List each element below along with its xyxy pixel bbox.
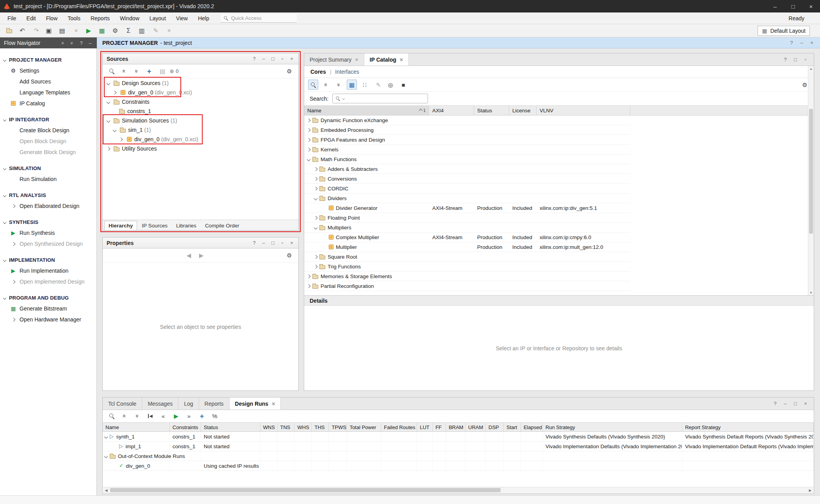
chevron-right-icon[interactable] [314, 256, 317, 258]
menu-layout[interactable]: Layout [144, 12, 171, 24]
help-icon[interactable]: ? [789, 40, 794, 45]
column-header-license[interactable]: License [509, 106, 537, 115]
flownav-item-open-elaborated-design[interactable]: Open Elaborated Design [0, 201, 96, 211]
close-tab-icon[interactable]: × [272, 401, 275, 407]
dots-button[interactable]: ∷ [360, 80, 370, 90]
column-header-start[interactable]: Start [504, 423, 521, 431]
search-button[interactable] [107, 411, 117, 421]
delete-button[interactable]: × [70, 26, 81, 36]
column-header-uram[interactable]: URAM [465, 423, 486, 431]
bottom-tab-tcl-console[interactable]: Tcl Console [103, 398, 142, 410]
close-x-icon[interactable]: × [809, 40, 815, 45]
close-tab-icon[interactable]: × [400, 57, 403, 63]
menu-help[interactable]: Help [193, 12, 214, 24]
column-header-status[interactable]: Status [201, 423, 260, 431]
sum-button[interactable]: Σ [123, 26, 134, 36]
search-button[interactable] [107, 66, 117, 76]
search-button[interactable] [308, 80, 318, 90]
sources-item-div-gen-0[interactable]: div_gen_0(div_gen_0.xci) [103, 135, 298, 144]
ip-row-conversions[interactable]: Conversions [304, 174, 630, 184]
horizontal-scrollbar[interactable]: ◀ ▶ [103, 487, 813, 493]
undo-button[interactable]: ↶ [16, 26, 28, 36]
run-row-synth-1[interactable]: ▷synth_1constrs_1Not startedVivado Synth… [103, 432, 814, 442]
close-x-icon[interactable]: × [803, 401, 808, 406]
flownav-section-ip-integrator[interactable]: IP INTEGRATOR [0, 114, 96, 125]
flownav-section-implementation[interactable]: IMPLEMENTATION [0, 255, 96, 265]
scroll-left-icon[interactable]: ◀ [103, 487, 109, 493]
layout-selector[interactable]: Default Layout [758, 26, 810, 36]
chevron-right-icon[interactable] [314, 217, 317, 219]
run-row-out-of-context-module-runs[interactable]: Out-of-Context Module Runs [103, 451, 814, 461]
chevron-down-icon[interactable] [105, 101, 111, 103]
column-header-tns[interactable]: TNS [278, 423, 295, 431]
ip-row-floating-point[interactable]: Floating Point [304, 213, 630, 223]
column-header-vlnv[interactable]: VLNV [537, 106, 630, 115]
chevron-right-icon[interactable] [307, 275, 310, 278]
flownav-item-create-block-design[interactable]: Create Block Design [0, 125, 96, 136]
ip-row-partial-reconfiguration[interactable]: Partial Reconfiguration [304, 281, 630, 291]
bottom-tab-log[interactable]: Log [178, 398, 199, 410]
sources-tab-hierarchy[interactable]: Hierarchy [104, 221, 137, 230]
column-header-run-strategy[interactable]: Run Strategy [543, 423, 683, 431]
column-header-dsp[interactable]: DSP [486, 423, 504, 431]
float-icon[interactable]: ▫ [803, 57, 808, 62]
sources-item-sim-1[interactable]: sim_1(1) [103, 125, 298, 135]
vertical-scrollbar[interactable]: ▲ ▼ [808, 66, 814, 295]
chevron-right-icon[interactable] [307, 119, 310, 122]
flownav-item-ip-catalog[interactable]: IP Catalog [0, 98, 96, 109]
minimize-icon[interactable]: – [87, 41, 93, 46]
chevron-right-icon[interactable] [307, 129, 310, 131]
flownav-section-project-manager[interactable]: PROJECT MANAGER [0, 55, 96, 65]
run-button[interactable]: ▶ [83, 26, 94, 36]
menu-reports[interactable]: Reports [86, 12, 115, 24]
flownav-section-synthesis[interactable]: SYNTHESIS [0, 217, 96, 227]
run-row-div-gen-0[interactable]: ✓div_gen_0Using cached IP results [103, 461, 814, 471]
settings-gear-button[interactable]: ⚙ [284, 250, 294, 261]
close-button[interactable]: × [162, 26, 174, 36]
bottom-tab-design-runs[interactable]: Design Runs× [230, 398, 281, 410]
chevron-down-icon[interactable] [314, 197, 317, 200]
maximize-button[interactable]: □ [784, 0, 802, 12]
ip-row-multipliers[interactable]: Multipliers [304, 223, 630, 232]
bottom-tab-messages[interactable]: Messages [142, 398, 178, 410]
column-header-bram[interactable]: BRAM [446, 423, 465, 431]
chevron-right-icon[interactable] [307, 138, 310, 141]
subtab-cores[interactable]: Cores [310, 69, 326, 75]
chevron-right-icon[interactable] [118, 138, 124, 141]
scroll-right-icon[interactable]: ▶ [807, 487, 813, 493]
ip-row-math-functions[interactable]: Math Functions [304, 154, 630, 164]
close-button[interactable]: × [802, 0, 820, 12]
minimize-icon[interactable]: – [261, 240, 266, 245]
ip-row-fpga-features-and-design[interactable]: FPGA Features and Design [304, 135, 630, 145]
float-icon[interactable]: ▫ [280, 240, 285, 245]
run-row-impl-1[interactable]: ▷impl_1constrs_1Not startedVivado Implem… [103, 442, 814, 451]
flownav-item-generate-block-design[interactable]: Generate Block Design [0, 147, 96, 158]
ip-row-trig-functions[interactable]: Trig Functions [304, 262, 630, 272]
chevron-right-icon[interactable] [112, 91, 118, 94]
chevron-down-icon[interactable] [105, 82, 111, 85]
collapse-all-button[interactable]: « [321, 80, 331, 90]
hierarchy-button[interactable]: ▦ [347, 80, 357, 90]
edit-button[interactable]: ✎ [373, 80, 383, 90]
column-header-name[interactable]: Name [103, 423, 170, 431]
report-button[interactable]: ▥ [136, 26, 148, 36]
minimize-icon[interactable]: – [261, 56, 266, 61]
help-icon[interactable]: ? [251, 56, 257, 61]
ip-row-adders-subtracters[interactable]: Adders & Subtracters [304, 164, 630, 174]
column-header-lut[interactable]: LUT [417, 423, 433, 431]
quick-access-search[interactable]: Quick Access [221, 14, 297, 23]
flownav-item-run-implementation[interactable]: ▶Run Implementation [0, 265, 96, 276]
expand-all-button[interactable]: » [132, 66, 142, 76]
edit-button[interactable]: ✎ [149, 26, 161, 36]
menu-window[interactable]: Window [115, 12, 144, 24]
maximize-icon[interactable]: □ [270, 56, 276, 61]
bottom-tab-reports[interactable]: Reports [199, 398, 230, 410]
chevron-right-icon[interactable] [314, 265, 317, 268]
clipboard-button[interactable]: ▤ [157, 66, 167, 76]
column-header-ff[interactable]: FF [433, 423, 446, 431]
collapse-all-icon[interactable]: « [61, 41, 66, 46]
chevron-right-icon[interactable] [314, 168, 317, 170]
flownav-section-simulation[interactable]: SIMULATION [0, 163, 96, 174]
sources-item-utility-sources[interactable]: Utility Sources [103, 144, 298, 153]
sources-item-div-gen-0[interactable]: div_gen_0(div_gen_0.xci) [103, 88, 298, 97]
